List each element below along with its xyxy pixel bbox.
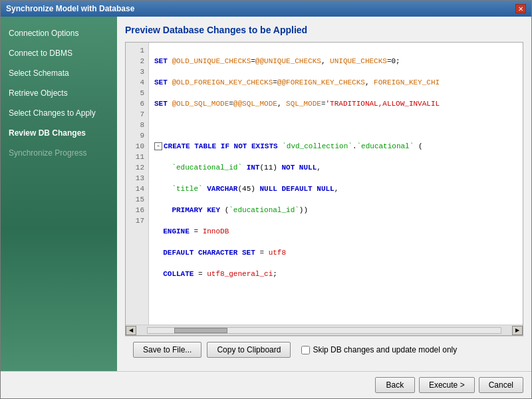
sidebar-item-select-schemata[interactable]: Select Schemata — [1, 63, 117, 83]
copy-to-clipboard-button[interactable]: Copy to Clipboard — [207, 342, 291, 358]
panel-title: Preview Database Changes to be Applied — [125, 25, 523, 35]
close-button[interactable]: ✕ — [515, 4, 526, 13]
sidebar-item-synchronize-progress: Synchronize Progress — [1, 143, 117, 163]
back-button[interactable]: Back — [375, 377, 415, 393]
scroll-track[interactable] — [147, 327, 501, 334]
cancel-button[interactable]: Cancel — [479, 377, 523, 393]
execute-button[interactable]: Execute > — [419, 377, 475, 393]
bottom-bar: Save to File... Copy to Clipboard Skip D… — [125, 336, 523, 363]
scroll-right-button[interactable]: ▶ — [512, 326, 523, 335]
skip-checkbox[interactable] — [301, 346, 310, 354]
code-container[interactable]: 1 2 3 4 5 6 7 8 9 10 11 12 13 14 — [125, 42, 523, 336]
title-bar: Synchronize Model with Database ✕ — [1, 1, 531, 17]
sidebar-item-connect-to-dbms[interactable]: Connect to DBMS — [1, 43, 117, 63]
horizontal-scrollbar[interactable]: ◀ ▶ — [126, 325, 523, 335]
sidebar: Connection Options Connect to DBMS Selec… — [1, 17, 117, 371]
code-editor[interactable]: SET @OLD_UNIQUE_CHECKS=@@UNIQUE_CHECKS, … — [149, 43, 523, 325]
sidebar-item-connection-options[interactable]: Connection Options — [1, 23, 117, 43]
main-window: Synchronize Model with Database ✕ Connec… — [0, 0, 532, 399]
sidebar-item-retrieve-objects[interactable]: Retrieve Objects — [1, 83, 117, 103]
line-numbers: 1 2 3 4 5 6 7 8 9 10 11 12 13 14 — [126, 43, 149, 325]
skip-label: Skip DB changes and update model only — [313, 345, 457, 354]
scroll-left-button[interactable]: ◀ — [126, 326, 136, 335]
window-title: Synchronize Model with Database — [6, 4, 134, 13]
code-inner: 1 2 3 4 5 6 7 8 9 10 11 12 13 14 — [126, 43, 523, 325]
main-panel: Preview Database Changes to be Applied 1… — [117, 17, 531, 371]
scroll-thumb[interactable] — [174, 328, 227, 333]
sidebar-item-review-db-changes[interactable]: Review DB Changes — [1, 123, 117, 143]
sidebar-item-select-changes[interactable]: Select Changes to Apply — [1, 103, 117, 123]
footer-bar: Back Execute > Cancel — [1, 371, 531, 398]
content-area: Connection Options Connect to DBMS Selec… — [1, 17, 531, 371]
skip-checkbox-area: Skip DB changes and update model only — [301, 345, 457, 354]
save-to-file-button[interactable]: Save to File... — [133, 342, 201, 358]
